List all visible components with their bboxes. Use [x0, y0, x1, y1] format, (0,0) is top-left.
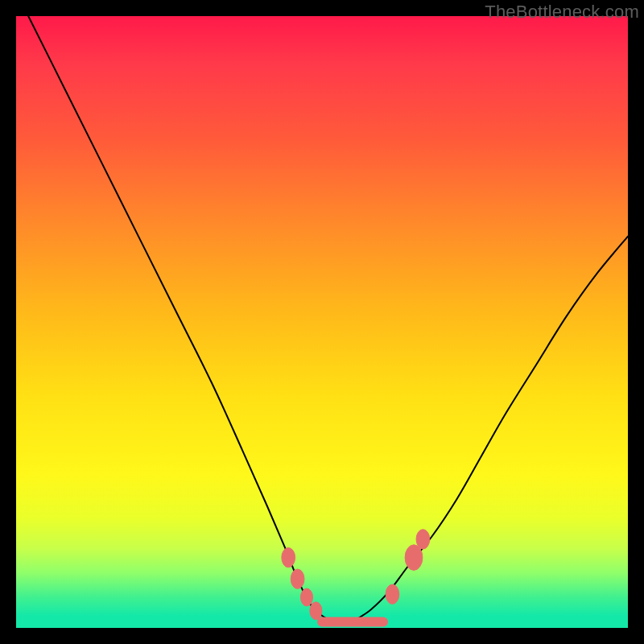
data-bead	[416, 530, 430, 549]
left-curve	[28, 16, 334, 621]
chart-frame	[16, 16, 628, 628]
watermark-text: TheBottleneck.com	[485, 2, 639, 23]
right-curve	[353, 237, 628, 622]
data-bead	[310, 602, 322, 620]
data-bead	[282, 547, 295, 567]
data-bead	[405, 545, 423, 571]
data-bead	[300, 588, 312, 606]
data-bead	[291, 569, 304, 588]
curve-layer	[16, 16, 628, 628]
data-bead	[386, 584, 399, 604]
